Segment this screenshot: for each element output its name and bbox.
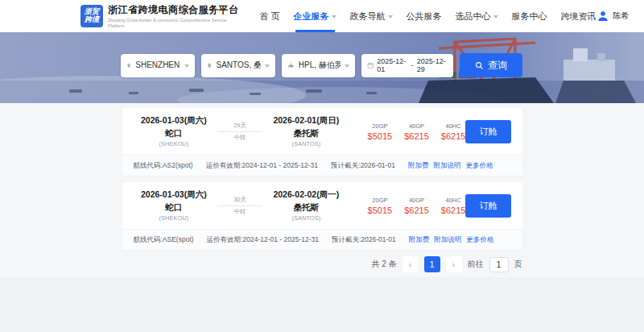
- origin-select[interactable]: SHENZHEN, 深圳: [121, 54, 195, 77]
- surcharge-link[interactable]: 附加费: [409, 235, 430, 245]
- origin-value: SHENZHEN, 深圳: [135, 60, 180, 71]
- search-button-label: 查询: [488, 59, 507, 73]
- destination-value: SANTOS, 桑托斯: [217, 60, 261, 71]
- price-value: $6215: [404, 131, 429, 141]
- surcharge-link[interactable]: 附加费: [408, 161, 429, 171]
- next-page-button[interactable]: ›: [446, 256, 462, 272]
- nav-label: 首 页: [260, 10, 280, 23]
- price-value: $5015: [368, 131, 393, 141]
- price-value: $6215: [441, 131, 466, 141]
- departure-date: 2026-01-03(周六): [134, 189, 215, 201]
- search-icon: [475, 61, 484, 70]
- calendar-icon: [367, 61, 374, 69]
- price-value: $6215: [404, 205, 429, 215]
- rate-card: 2026-01-03(周六) 蛇口 (SHEKOU) 29天 中转 2026-0…: [122, 108, 522, 176]
- route-code: 航线代码:ASE(spot): [134, 235, 194, 245]
- chevron-down-icon: [265, 64, 270, 68]
- user-name: 陈希: [613, 10, 630, 22]
- chevron-down-icon: [184, 64, 189, 68]
- transit-line: [217, 205, 262, 206]
- rate-card: 2026-01-03(周六) 蛇口 (SHEKOU) 30天 中转 2026-0…: [122, 182, 522, 250]
- price-item-20gp: 20GP $5015: [368, 122, 393, 141]
- page-1-button[interactable]: 1: [424, 256, 440, 272]
- chevron-down-icon: [332, 15, 336, 19]
- rate-card-footer: 航线代码:ASE(spot) 运价有效期:2024-12-01 - 2025-1…: [122, 229, 522, 250]
- departure-date: 2026-01-03(周六): [134, 115, 215, 127]
- site-subtitle: Zhejiang Cross-border E-commerce Compreh…: [108, 18, 229, 30]
- site-title: 浙江省跨境电商综合服务平台: [108, 3, 239, 17]
- price-item-40hc: 40HC $6215: [441, 197, 466, 215]
- logo-badge-line2: 跨境: [85, 16, 99, 24]
- date-end: 2025-12-29: [417, 57, 448, 73]
- location-pin-icon: [207, 61, 213, 70]
- transit-info: 29天 中转: [214, 122, 266, 142]
- additional-notes-link[interactable]: 附加说明: [433, 161, 460, 171]
- departure-port: 蛇口: [134, 202, 215, 214]
- goto-label: 前往: [468, 259, 484, 270]
- transit-info: 30天 中转: [214, 196, 266, 216]
- price-value: $6215: [441, 205, 466, 215]
- hero-banner: SHENZHEN, 深圳 SANTOS, 桑托斯 HPL, 赫伯罗特 2025-…: [0, 32, 644, 103]
- rate-card-footer: 航线代码:AS2(spot) 运价有效期:2024-12-01 - 2025-1…: [122, 155, 522, 176]
- price-item-40gp: 40GP $6215: [404, 122, 429, 141]
- arrival-port-code: (SANTOS): [266, 140, 347, 147]
- user-avatar-icon: [597, 10, 609, 23]
- cutoff-date: 预计截关:2026-01-01: [331, 161, 395, 171]
- carrier-value: HPL, 赫伯罗特: [299, 60, 341, 71]
- arrival-date: 2026-02-01(周日): [266, 115, 347, 127]
- nav-label: 企业服务: [294, 10, 329, 23]
- container-type: 40GP: [404, 197, 429, 204]
- page: 浙贸 跨境 浙江省跨境电商综合服务平台 Zhejiang Cross-borde…: [0, 0, 644, 332]
- nav-item-product-selection[interactable]: 选品中心: [456, 0, 498, 32]
- prev-page-button[interactable]: ‹: [402, 256, 419, 272]
- additional-notes-link[interactable]: 附加说明: [434, 235, 461, 245]
- departure-info: 2026-01-03(周六) 蛇口 (SHEKOU): [134, 189, 215, 222]
- nav-item-enterprise-services[interactable]: 企业服务: [294, 0, 336, 32]
- date-range-picker[interactable]: 2025-12-01 - 2025-12-29: [361, 54, 453, 77]
- search-button[interactable]: 查询: [460, 53, 522, 77]
- price-list: 20GP $5015 40GP $6215 40HC $6215: [368, 197, 466, 215]
- nav-item-crossborder-news[interactable]: 跨境资讯: [561, 0, 597, 32]
- search-bar: SHENZHEN, 深圳 SANTOS, 桑托斯 HPL, 赫伯罗特 2025-…: [121, 53, 522, 77]
- nav-item-gov-navigation[interactable]: 政务导航: [350, 0, 393, 32]
- price-item-40hc: 40HC $6215: [441, 122, 466, 141]
- container-type: 40HC: [441, 197, 466, 204]
- rate-validity: 运价有效期:2024-12-01 - 2025-12-31: [207, 235, 319, 245]
- departure-info: 2026-01-03(周六) 蛇口 (SHEKOU): [134, 115, 215, 147]
- ship-icon: [287, 61, 295, 70]
- nav-item-home[interactable]: 首 页: [260, 0, 280, 32]
- book-button[interactable]: 订舱: [465, 194, 510, 218]
- more-prices-link[interactable]: 更多价格: [466, 235, 493, 245]
- rate-validity: 运价有效期:2024-12-01 - 2025-12-31: [206, 161, 318, 171]
- nav-item-public-services[interactable]: 公共服务: [407, 0, 442, 32]
- arrival-info: 2026-02-01(周日) 桑托斯 (SANTOS): [266, 115, 347, 147]
- nav-label: 选品中心: [456, 10, 491, 23]
- arrival-info: 2026-02-02(周一) 桑托斯 (SANTOS): [266, 189, 347, 222]
- user-menu[interactable]: 陈希: [597, 10, 630, 23]
- rate-card-main: 2026-01-03(周六) 蛇口 (SHEKOU) 29天 中转 2026-0…: [122, 108, 522, 155]
- carrier-select[interactable]: HPL, 赫伯罗特: [282, 54, 355, 77]
- container-type: 20GP: [368, 122, 393, 130]
- goto-page-input[interactable]: [489, 257, 509, 272]
- results-container: 2026-01-03(周六) 蛇口 (SHEKOU) 29天 中转 2026-0…: [122, 108, 522, 272]
- top-header: 浙贸 跨境 浙江省跨境电商综合服务平台 Zhejiang Cross-borde…: [0, 0, 644, 32]
- chevron-down-icon: [388, 15, 393, 19]
- nav-label: 公共服务: [407, 10, 442, 23]
- pagination: 共 2 条 ‹ 1 › 前往 页: [122, 256, 522, 272]
- rate-card-main: 2026-01-03(周六) 蛇口 (SHEKOU) 30天 中转 2026-0…: [122, 182, 522, 229]
- more-prices-link[interactable]: 更多价格: [465, 161, 493, 171]
- nav-item-service-center[interactable]: 服务中心: [512, 0, 547, 32]
- book-button[interactable]: 订舱: [465, 120, 510, 143]
- nav-label: 服务中心: [512, 10, 547, 23]
- departure-port: 蛇口: [134, 128, 215, 139]
- logo[interactable]: 浙贸 跨境 浙江省跨境电商综合服务平台 Zhejiang Cross-borde…: [80, 3, 239, 30]
- container-type: 40HC: [441, 122, 466, 130]
- transit-duration: 30天: [233, 196, 246, 204]
- results-section: 2026-01-03(周六) 蛇口 (SHEKOU) 29天 中转 2026-0…: [0, 103, 644, 277]
- price-item-20gp: 20GP $5015: [368, 197, 393, 215]
- price-value: $5015: [368, 205, 393, 215]
- price-item-40gp: 40GP $6215: [404, 197, 429, 215]
- container-type: 40GP: [404, 122, 429, 130]
- destination-select[interactable]: SANTOS, 桑托斯: [201, 54, 275, 77]
- arrival-port: 桑托斯: [266, 128, 347, 139]
